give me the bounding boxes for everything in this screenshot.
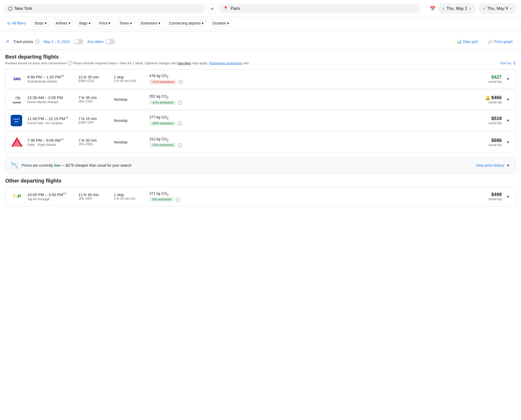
stops-text-frenchbee: Nonstop [114,118,145,123]
date-grid-button[interactable]: 📊 Date grid [454,38,481,45]
date-to-next-button[interactable]: › [509,5,513,12]
emissions-info-icon-tap[interactable]: i [176,198,180,202]
emissions-filter-button[interactable]: Emissions ▾ [137,19,164,27]
expand-button-sas[interactable]: ▾ [506,75,510,83]
flight-duration-delta: 7 hr 30 min JFK–CDG [78,138,110,146]
price-amount-tap: $499 [476,192,502,197]
date-grid-icon: 📊 [457,40,461,44]
depart-time-norse: 12:30 AM [27,95,44,100]
flight-duration-tap: 11 hr 45 min JFK–ORY [78,193,110,200]
flight-card-delta[interactable]: 7:30 PM – 9:00 AM+1 Delta · Virgin Atlan… [5,132,516,153]
stops-text-norse: Nonstop [114,97,145,102]
info-text: info. [243,61,250,65]
date-to-section[interactable]: ‹ Thu, May 9 › [478,3,517,14]
date-from-section[interactable]: ‹ Thu, May 2 › [438,3,476,14]
route-delta: JFK–CDG [78,142,110,146]
duration-time-tap: 11 hr 45 min [78,193,110,197]
swap-button[interactable]: ⇄ [207,4,217,13]
tap-logo-container: TAP [11,194,23,199]
plus-days-tap: +1 [63,192,66,195]
track-prices-info-icon[interactable]: i [35,40,39,44]
duration-time-norse: 7 hr 35 min [78,96,110,100]
expand-button-tap[interactable]: ▾ [506,193,510,200]
any-dates-toggle[interactable] [106,39,115,44]
any-dates-label: Any dates [87,40,103,44]
expand-button-delta[interactable]: ▾ [506,138,510,146]
swap-icon: ⇄ [211,6,214,11]
price-trip-tap: round trip [476,197,502,201]
sort-by-button[interactable]: Sort by: ⇅ [500,61,516,65]
flight-card-frenchbee[interactable]: frenchbee 11:00 PM – 12:15 PM+1 French b… [5,110,516,131]
flight-times-tap: 10:05 PM – 3:50 PM+1 Tap Air Portugal [27,192,74,201]
ranking-info-icon[interactable]: i [68,61,72,65]
track-prices-toggle[interactable] [74,39,83,44]
arrive-time-sas: 1:20 PM [46,75,61,79]
price-history-expand-button[interactable]: ▾ [506,161,510,169]
stops-text-sas: 1 stop [114,75,145,79]
expand-button-norse[interactable]: ▾ [506,96,510,103]
ranked-text: Ranked based on price and convenience [5,61,67,65]
date-to-prev-button[interactable]: ‹ [482,5,486,12]
flight-emissions-sas: 476 kg CO2 +21% emissions i [149,74,196,84]
toggle-knob [74,40,78,44]
price-graph-button[interactable]: 📈 Price graph [485,38,516,45]
date-from-prev-button[interactable]: ‹ [442,5,445,12]
flight-times-norse: 12:30 AM – 2:05 PM Norse Atlantic Airway… [27,95,74,104]
price-savings-text: — $279 cheaper than usual for your searc… [61,163,131,167]
airlines-label: Airlines [56,21,68,25]
depart-arrive-norse: 12:30 AM – 2:05 PM [27,95,74,100]
emissions-info-icon-delta[interactable]: i [178,143,182,147]
route-tap: JFK–ORY [78,197,110,200]
airlines-chevron-icon: ▾ [69,21,70,25]
destination-text: Paris [230,6,240,11]
price-amount-frenchbee: $518 [476,116,502,121]
price-filter-button[interactable]: Price ▾ [96,19,114,27]
price-amount-sas: $427 [476,74,502,80]
price-trip-delta: round trip [476,143,502,147]
date-from-text: Thu, May 2 [446,6,467,11]
best-flights-section: Best departing flights Ranked based on p… [5,54,516,153]
price-trip-norse: round trip [476,101,502,104]
prices-currently-text: Prices are currently [22,163,53,167]
origin-input[interactable]: New York [4,4,205,13]
airline-name-tap: Tap Air Portugal [27,197,74,201]
flight-card-sas[interactable]: SAS 6:50 PM – 1:20 PM+1 Scandinavian Air… [5,69,516,89]
bag-fees-link[interactable]: bag fees [178,61,191,65]
origin-text: New York [15,6,32,11]
airline-name-frenchbee: French bee · Air Caraibes [27,121,74,125]
stops-text-tap: 1 stop [114,193,145,197]
connecting-airports-filter-button[interactable]: Connecting airports ▾ [166,19,207,27]
connecting-airports-label: Connecting airports [169,21,201,25]
price-banner-text: Prices are currently low — $279 cheaper … [22,163,473,167]
passenger-assistance-link[interactable]: Passenger assistance [209,61,242,65]
price-amount-delta: $686 [476,138,502,143]
emissions-info-icon-frenchbee[interactable]: i [178,121,182,126]
airlines-filter-button[interactable]: Airlines ▾ [52,19,74,27]
date-from-next-button[interactable]: › [468,5,472,12]
flight-card-tap[interactable]: TAP 10:05 PM – 3:50 PM+1 Tap Air Portuga… [5,187,516,206]
bags-filter-button[interactable]: Bags ▾ [76,19,94,27]
flight-stops-frenchbee: Nonstop [114,118,145,123]
depart-arrive-tap: 10:05 PM – 3:50 PM+1 [27,192,74,197]
emissions-badge-frenchbee: -30% emissions [149,121,176,126]
emissions-info-icon-norse[interactable]: i [178,101,182,105]
expand-button-frenchbee[interactable]: ▾ [506,117,510,124]
all-filters-button[interactable]: ⊟ All filters [4,20,29,27]
calendar-icon: 📅 [430,6,436,11]
emissions-info-icon-sas[interactable]: i [179,80,183,84]
destination-input[interactable]: 📍 Paris [219,4,420,13]
times-filter-button[interactable]: Times ▾ [116,19,135,27]
view-history-link[interactable]: View price history [476,163,504,167]
flight-card-norse[interactable]: ꩠ NORSE 12:30 AM – 2:05 PM Norse Atlanti… [5,90,516,109]
flight-price-tap: $499 round trip [476,192,502,201]
price-level-text: low [54,163,60,167]
plus-days-frenchbee: +1 [65,116,68,119]
duration-label: Duration [212,21,226,25]
emissions-kg-frenchbee: 277 kg CO2 [149,115,196,120]
duration-time-frenchbee: 7 hr 15 min [78,117,110,121]
duration-filter-button[interactable]: Duration ▾ [209,19,232,27]
time-separator-delta: – [43,138,46,142]
may-apply-text: may apply. [192,61,208,65]
stops-filter-button[interactable]: Stops ▾ [31,19,50,27]
filters-bar: ⊟ All filters Stops ▾ Airlines ▾ Bags ▾ … [0,17,521,29]
